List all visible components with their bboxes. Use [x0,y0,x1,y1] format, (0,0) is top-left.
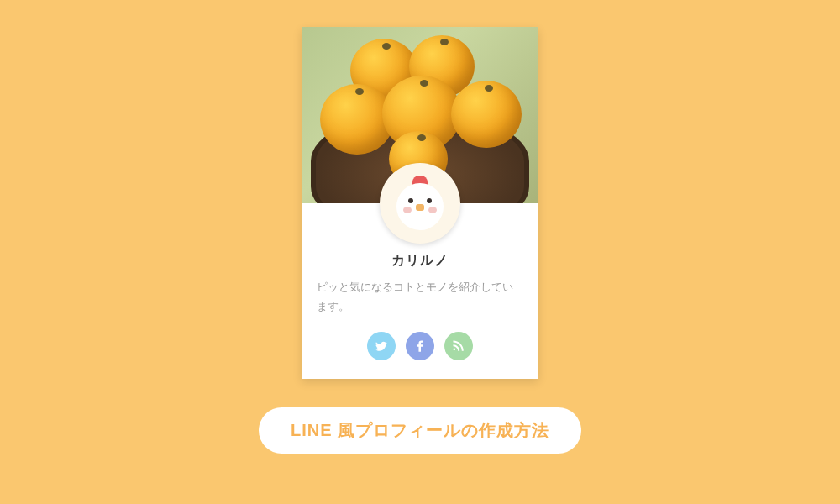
cta-pill: LINE 風プロフィールの作成方法 [259,407,581,454]
facebook-icon[interactable] [406,332,434,360]
cta-label: LINE 風プロフィールの作成方法 [291,421,549,439]
avatar [380,163,460,244]
social-row [317,332,523,360]
rss-icon[interactable] [444,332,473,360]
twitter-icon[interactable] [367,332,396,360]
chicken-icon [391,174,449,233]
profile-name: カリルノ [317,252,523,270]
profile-card: カリルノ ピッと気になるコトとモノを紹介しています。 [302,27,538,379]
profile-bio: ピッと気になるコトとモノを紹介しています。 [317,278,523,317]
